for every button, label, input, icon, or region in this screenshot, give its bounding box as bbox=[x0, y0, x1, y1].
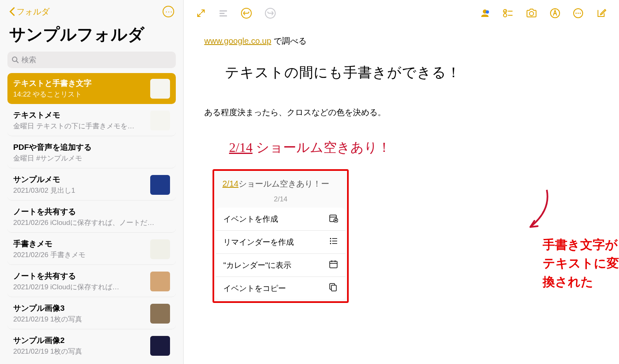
more-options-button[interactable]: ⋯ bbox=[163, 6, 174, 17]
item-title: サンプル画像3 bbox=[13, 303, 146, 314]
menu-label: イベントをコピー bbox=[223, 283, 286, 294]
svg-point-18 bbox=[580, 13, 581, 14]
item-thumbnail bbox=[150, 79, 170, 99]
more-icon[interactable] bbox=[573, 8, 584, 19]
note-list-item[interactable]: サンプル画像22021/02/19 1枚の写真 bbox=[7, 330, 176, 361]
item-title: ノートを共有する bbox=[13, 271, 146, 281]
item-subtitle: 2021/02/26 手書きメモ bbox=[13, 250, 146, 260]
markup-icon[interactable] bbox=[550, 8, 560, 19]
recognized-date[interactable]: 2/14 bbox=[222, 179, 239, 188]
svg-rect-34 bbox=[331, 285, 336, 291]
item-thumbnail bbox=[150, 175, 170, 195]
menu-label: リマインダーを作成 bbox=[223, 237, 294, 248]
notes-list: テキストと手書き文字14:22 やることリストテキストメモ金曜日 テキストの下に… bbox=[0, 73, 183, 364]
handwriting-text: ショールム空きあり！ bbox=[253, 140, 391, 155]
fullscreen-icon[interactable] bbox=[196, 8, 206, 18]
format-icon bbox=[218, 8, 228, 18]
menu-item[interactable]: イベントを作成 bbox=[216, 208, 345, 231]
annotation-text: 手書き文字が テキストに変換された bbox=[543, 235, 619, 291]
item-title: ノートを共有する bbox=[13, 206, 170, 217]
svg-rect-30 bbox=[330, 261, 337, 268]
menu-item[interactable]: リマインダーを作成 bbox=[216, 231, 345, 254]
calendar-icon bbox=[329, 260, 338, 271]
camera-icon[interactable] bbox=[526, 8, 537, 19]
svg-point-24 bbox=[330, 238, 331, 239]
popup-date-label: 2/14 bbox=[216, 193, 345, 208]
note-list-item[interactable]: PDFや音声を追加する金曜日 #サンプルメモ bbox=[7, 137, 176, 168]
item-title: 手書きメモ bbox=[13, 239, 146, 249]
handwriting-date: 2/14 bbox=[229, 140, 253, 155]
item-subtitle: 2021/03/02 見出し1 bbox=[13, 186, 146, 195]
svg-rect-2 bbox=[220, 10, 227, 12]
svg-rect-3 bbox=[220, 13, 224, 14]
item-thumbnail bbox=[150, 111, 170, 130]
note-list-item[interactable]: ノートを共有する2021/02/19 iCloudに保存すれば… bbox=[7, 266, 176, 297]
menu-label: "カレンダー"に表示 bbox=[223, 260, 292, 271]
link-suffix: で調べる bbox=[271, 36, 307, 45]
note-list-item[interactable]: 手書きメモ2021/02/26 手書きメモ bbox=[7, 234, 176, 265]
svg-point-16 bbox=[576, 13, 577, 14]
sidebar-header: フォルダ ⋯ bbox=[0, 0, 183, 21]
recognized-text: 2/14ショールム空きあり！ー bbox=[216, 173, 345, 193]
back-button[interactable]: フォルダ bbox=[9, 6, 50, 17]
item-subtitle: 金曜日 #サンプルメモ bbox=[13, 154, 170, 163]
annotation-line2: テキストに変換された bbox=[543, 254, 619, 291]
note-list-item[interactable]: サンプル画像32021/02/19 1枚の写真 bbox=[7, 298, 176, 329]
item-subtitle: 金曜日 テキストの下に手書きメモを… bbox=[13, 121, 146, 131]
svg-point-17 bbox=[578, 13, 579, 14]
sidebar: フォルダ ⋯ サンプルフォルダ 検索 テキストと手書き文字14:22 やることリ… bbox=[0, 0, 184, 364]
item-thumbnail bbox=[150, 239, 170, 259]
annotation-arrow-icon bbox=[522, 186, 555, 235]
context-menu: イベントを作成リマインダーを作成"カレンダー"に表示イベントをコピー bbox=[216, 208, 345, 300]
menu-label: イベントを作成 bbox=[223, 214, 278, 225]
copy-icon bbox=[329, 283, 338, 294]
note-list-item[interactable]: テキストと手書き文字14:22 やることリスト bbox=[7, 73, 176, 104]
svg-point-13 bbox=[529, 12, 534, 16]
svg-point-28 bbox=[330, 243, 331, 244]
item-thumbnail bbox=[150, 336, 170, 356]
item-title: テキストメモ bbox=[13, 110, 146, 121]
search-placeholder: 検索 bbox=[21, 55, 36, 65]
item-title: サンプルメモ bbox=[13, 174, 146, 185]
toolbar bbox=[184, 0, 619, 23]
item-title: サンプル画像2 bbox=[13, 335, 146, 346]
note-list-item[interactable]: サンプルメモ2021/03/02 見出し1 bbox=[7, 169, 176, 201]
collaborate-icon[interactable] bbox=[480, 8, 490, 19]
handwriting-1: テキストの間にも手書きができる！ bbox=[225, 63, 598, 82]
item-title: PDFや音声を追加する bbox=[13, 142, 170, 153]
calendar-add-icon bbox=[329, 213, 338, 225]
svg-line-1 bbox=[17, 61, 18, 63]
checklist-icon[interactable] bbox=[503, 8, 513, 19]
menu-item[interactable]: イベントをコピー bbox=[216, 277, 345, 300]
body-text-1: ある程度決まったら、クロスなどの色を決める。 bbox=[204, 107, 598, 118]
note-link[interactable]: www.google.co.up bbox=[204, 36, 271, 45]
item-title: テキストと手書き文字 bbox=[13, 78, 146, 89]
item-thumbnail bbox=[150, 304, 170, 324]
item-thumbnail bbox=[150, 272, 170, 291]
menu-item[interactable]: "カレンダー"に表示 bbox=[216, 254, 345, 277]
compose-icon[interactable] bbox=[596, 8, 607, 19]
undo-button[interactable] bbox=[241, 7, 252, 19]
back-label: フォルダ bbox=[17, 6, 50, 17]
svg-point-26 bbox=[330, 241, 331, 242]
chevron-left-icon bbox=[9, 7, 15, 16]
main-panel: www.google.co.up で調べる テキストの間にも手書きができる！ あ… bbox=[184, 0, 619, 364]
folder-title: サンプルフォルダ bbox=[0, 21, 183, 52]
list-icon bbox=[329, 236, 338, 248]
link-line: www.google.co.up で調べる bbox=[204, 35, 598, 47]
handwriting-2: 2/14 ショールム空きあり！ bbox=[229, 139, 598, 157]
item-subtitle: 2021/02/19 iCloudに保存すれば… bbox=[13, 282, 146, 292]
svg-point-11 bbox=[503, 14, 507, 17]
search-input[interactable]: 検索 bbox=[7, 52, 176, 68]
item-subtitle: 2021/02/26 iCloudに保存すれば、ノートだ… bbox=[13, 218, 170, 227]
redo-button bbox=[265, 7, 276, 19]
ellipsis-icon: ⋯ bbox=[165, 7, 172, 16]
item-subtitle: 14:22 やることリスト bbox=[13, 90, 146, 99]
note-list-item[interactable]: テキストメモ金曜日 テキストの下に手書きメモを… bbox=[7, 105, 176, 136]
note-list-item[interactable]: ノートを共有する2021/02/26 iCloudに保存すれば、ノートだ… bbox=[7, 201, 176, 233]
annotation-line1: 手書き文字が bbox=[543, 235, 619, 254]
svg-point-8 bbox=[486, 10, 489, 14]
item-subtitle: 2021/02/19 1枚の写真 bbox=[13, 347, 146, 356]
search-icon bbox=[12, 56, 19, 64]
recognition-popup: 2/14ショールム空きあり！ー 2/14 イベントを作成リマインダーを作成"カレ… bbox=[213, 169, 349, 303]
